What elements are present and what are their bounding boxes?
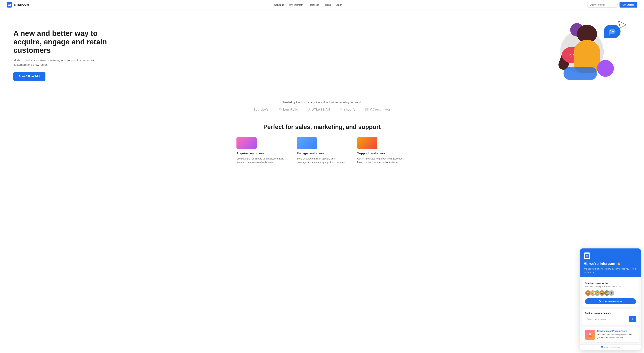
navbar: INTERCOM Solutions Why Intercom Resource… (0, 0, 644, 10)
get-started-button[interactable]: Get Started (620, 2, 637, 7)
trust-logo-newrelic: New Relic (278, 108, 298, 111)
svg-point-5 (279, 108, 282, 111)
feature-support-title: Support customers (357, 152, 408, 155)
feature-acquire-desc: Use bots and live chat to automatically … (236, 157, 287, 164)
nav-solutions[interactable]: Solutions (274, 3, 284, 6)
features-section: Perfect for sales, marketing, and suppor… (0, 117, 644, 168)
nav-login[interactable]: Log in (336, 3, 342, 6)
bubble-icon (608, 28, 616, 35)
trust-logo-ycombinator: Y Y Combinator (366, 108, 390, 111)
hero-left: A new and better way to acquire, engage … (14, 29, 114, 81)
nav-why-intercom[interactable]: Why Intercom (289, 3, 303, 6)
svg-rect-2 (9, 4, 10, 5)
feature-acquire-thumb (236, 137, 256, 149)
nav-resources[interactable]: Resources (308, 3, 319, 6)
logo-link[interactable]: INTERCOM (7, 2, 29, 7)
feature-engage: Engage customers Send targeted email, in… (297, 137, 347, 164)
ycombinator-icon: Y (366, 108, 368, 111)
hero-floating-bubble (604, 25, 620, 38)
feature-support-desc: Get an integrated help desk and knowledg… (357, 157, 408, 164)
logo-text: INTERCOM (14, 3, 29, 6)
hero-illustration: ∿∿ (547, 20, 630, 90)
hero-title: A new and better way to acquire, engage … (14, 29, 114, 55)
svg-rect-1 (8, 4, 9, 5)
newrelic-icon (278, 108, 282, 111)
features-grid: Acquire customers Use bots and live chat… (14, 137, 630, 164)
intercom-logo-icon (7, 2, 12, 7)
shopify-icon (340, 108, 343, 111)
nav-pricing[interactable]: Pricing (324, 3, 331, 6)
trust-bar: Trusted by the world's most innovative b… (0, 97, 644, 117)
feature-engage-thumb (297, 137, 317, 149)
feature-engage-desc: Send targeted email, in-app and push mes… (297, 157, 347, 164)
trust-bar-headline: Trusted by the world's most innovative b… (7, 101, 637, 104)
feature-acquire: Acquire customers Use bots and live chat… (236, 137, 287, 164)
hero-section: A new and better way to acquire, engage … (0, 10, 644, 97)
illustration-purple2 (597, 60, 614, 77)
free-trial-button[interactable]: Start A Free Trial (14, 72, 46, 81)
svg-rect-3 (10, 4, 10, 5)
trust-logo-shopify: shopify (340, 108, 355, 111)
trust-logos: Sotheby's New Relic ATLASSIAN shopify Y … (7, 108, 637, 111)
trust-logo-sothebys: Sotheby's (254, 108, 269, 111)
features-title: Perfect for sales, marketing, and suppor… (14, 123, 630, 130)
nav-links: Solutions Why Intercom Resources Pricing… (274, 3, 342, 6)
atlassian-icon (308, 108, 311, 111)
hero-subtitle: Modern products for sales, marketing and… (14, 58, 97, 67)
feature-support-thumb (357, 137, 377, 149)
nav-right: Get Started (587, 2, 637, 7)
feature-support: Support customers Get an integrated help… (357, 137, 408, 164)
trust-logo-atlassian: ATLASSIAN (308, 108, 330, 111)
email-input[interactable] (587, 2, 618, 7)
illustration-blue-blob (564, 67, 597, 80)
svg-point-6 (280, 109, 281, 110)
feature-engage-title: Engage customers (297, 152, 347, 155)
svg-text:Y: Y (366, 109, 368, 111)
feature-acquire-title: Acquire customers (236, 152, 287, 155)
